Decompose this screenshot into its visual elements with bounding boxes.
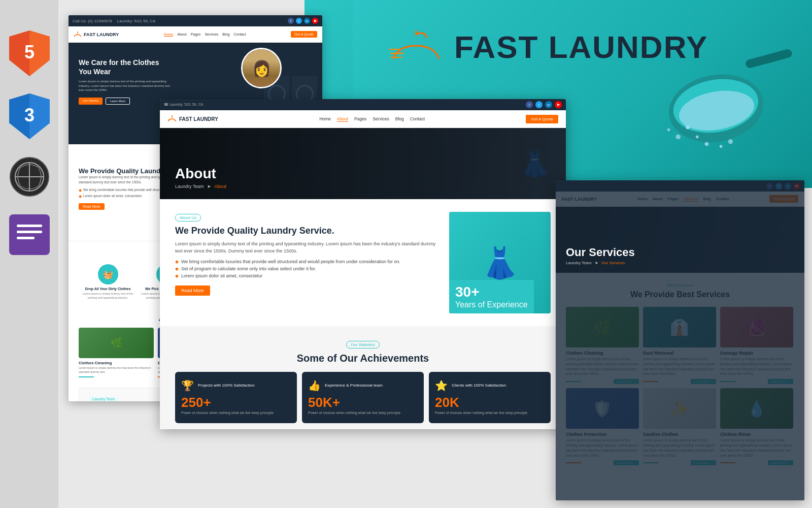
quality-bullet-2: ◆ Set of program to calculate some only … (175, 266, 439, 271)
main-logo-text: FAST LAUNDRY (454, 29, 708, 65)
html5-icon: 5 (9, 30, 50, 78)
achievements-section: Our Statistics Some of Our Achievements … (160, 326, 566, 429)
fb-icon[interactable]: f (288, 18, 294, 24)
nav-contact[interactable]: Contact (233, 33, 246, 37)
achieve-desc-3: Power of choices when nothing what we li… (435, 410, 545, 416)
svc-img-1: 🌿 (79, 328, 154, 358)
hp-logo: FAST LAUNDRY (74, 31, 119, 38)
ab-nav-about[interactable]: About (337, 116, 348, 122)
svc-page-title: Our Services (566, 246, 635, 259)
about-topbar: ☎ Laundry: 5/21 56, CA f t in ▶ (160, 99, 566, 110)
circle-logo-icon (9, 156, 50, 199)
ab-tw-icon[interactable]: t (535, 101, 543, 108)
about-read-more-btn[interactable]: Read More (79, 203, 105, 210)
achieve-icon-3: ⭐ (435, 379, 448, 392)
nav-pages[interactable]: Pages (191, 33, 201, 37)
svg-text:3: 3 (24, 105, 34, 125)
about-read-more-btn[interactable]: Read More (175, 285, 210, 296)
ab-li-icon[interactable]: in (545, 101, 552, 108)
svc-card-1: 🌿 Clothes Cleaning Lorem ipsum is simply… (79, 328, 154, 377)
about-nav-logo: FAST LAUNDRY (167, 115, 218, 122)
about-quality-section: About Us We Provide Quality Laundry Serv… (160, 199, 566, 326)
about-hero-text: About Laundry Team ➤ About (175, 166, 226, 189)
ab-yt-icon[interactable]: ▶ (555, 101, 562, 108)
svc-breadcrumb-home: Laundry Team (566, 261, 592, 265)
hp-cta-button[interactable]: Get A Quote (291, 31, 317, 38)
hero-title: We Care for the Clothes You Wear (79, 58, 170, 76)
hero-secondary-btn[interactable]: Learn More (106, 98, 130, 105)
person-figure: 👩 (243, 49, 280, 87)
ab-nav-services[interactable]: Services (373, 116, 389, 122)
hp-nav-links: Home About Pages Services Blog Contact (164, 33, 246, 37)
css3-icon: 3 (9, 93, 50, 141)
about-nav: FAST LAUNDRY Home About Pages Services B… (160, 110, 566, 128)
svg-rect-12 (17, 231, 42, 233)
about-cta-btn[interactable]: Get A Quote (526, 115, 558, 123)
li-icon[interactable]: in (304, 18, 310, 24)
quality-desc: Lorem ipsum is simply dummy text of the … (175, 240, 439, 255)
ab-nav-blog[interactable]: Blog (395, 116, 404, 122)
ab-fb-icon[interactable]: f (526, 101, 533, 108)
achieve-grid: 🏆 Projects with 100% Satisfaction 250+ P… (175, 372, 551, 423)
about-hero-banner: 👗 About Laundry Team ➤ About (160, 128, 566, 199)
about-breadcrumb: Laundry Team ➤ About (175, 184, 226, 189)
hp-nav: FAST LAUNDRY Home About Pages Services B… (69, 26, 322, 43)
quality-title: We Provide Quality Laundry Service. (175, 226, 439, 236)
quality-bullet-3: ◆ Lorem ipsum dolor sit amet, consectetu… (175, 273, 439, 278)
nav-home[interactable]: Home (164, 33, 174, 37)
achieve-desc-1: Power of choices when nothing what we li… (181, 410, 291, 416)
achieve-sub-label: Our Statistics (346, 341, 380, 348)
nav-about[interactable]: About (177, 33, 186, 37)
quality-sub-label: About Us (175, 214, 201, 221)
svg-rect-14 (745, 48, 793, 69)
about-years-badge: 30+ Years of Experience (449, 280, 534, 313)
ab-nav-contact[interactable]: Contact (410, 116, 425, 122)
svc-hero-text: Our Services Laundry Team ➤ Our Services (566, 246, 635, 265)
svg-point-18 (686, 125, 690, 130)
ab-nav-pages[interactable]: Pages (354, 116, 366, 122)
achieve-num-3: 20K (435, 395, 545, 410)
main-logo-area: FAST LAUNDRY (388, 25, 708, 69)
svg-point-21 (667, 129, 670, 132)
yt-icon[interactable]: ▶ (312, 18, 318, 24)
step-1-icon: 🧺 (98, 264, 118, 284)
about-page-title: About (175, 166, 226, 182)
hero-buttons: Get Started Learn More (79, 98, 170, 105)
fast-laundry-logo-icon (388, 25, 444, 69)
achieve-num-1: 250+ (181, 395, 291, 410)
hp-address: Laundry: 5/21 56, CA (117, 19, 156, 23)
svg-point-23 (720, 145, 723, 148)
hero-desc: Lorem Ipsum is simply dummy text of the … (79, 79, 170, 92)
about-quality-text: About Us We Provide Quality Laundry Serv… (175, 212, 439, 296)
svg-text:5: 5 (24, 42, 34, 62)
tw-icon[interactable]: t (296, 18, 302, 24)
about-social-icons: f t in ▶ (526, 101, 562, 108)
svc-breadcrumb-current: Our Services (601, 261, 625, 265)
hp-topbar: Call Us: (0) 12340678 Laundry: 5/21 56, … (69, 15, 322, 26)
breadcrumb-home: Laundry Team (175, 184, 204, 189)
svc-breadcrumb: Laundry Team ➤ Our Services (566, 261, 635, 265)
hp-hero-text: We Care for the Clothes You Wear Lorem I… (79, 58, 170, 105)
achieve-num-2: 50K+ (308, 395, 418, 410)
about-quality-image: 👗 30+ Years of Experience (449, 212, 551, 313)
svg-rect-13 (17, 237, 35, 239)
svg-point-20 (676, 135, 681, 139)
svc-hero: Our Services Laundry Team ➤ Our Services (556, 207, 804, 273)
left-icons-column: 5 3 (0, 0, 58, 508)
nav-blog[interactable]: Blog (222, 33, 229, 37)
achieve-icon-1: 🏆 (181, 379, 194, 392)
services-window: f t in ▶ FAST LAUNDRY Home About Pages S… (556, 180, 804, 500)
achieve-title: Some of Our Achievements (175, 353, 551, 364)
svg-rect-10 (9, 214, 50, 255)
ab-nav-home[interactable]: Home (319, 116, 331, 122)
svg-point-22 (705, 142, 709, 146)
material-icon (9, 214, 50, 257)
step-1: 🧺 Drop All Your Dirty Clothes Lorem ipsu… (83, 264, 133, 300)
achieve-card-1: 🏆 Projects with 100% Satisfaction 250+ P… (175, 372, 297, 423)
achieve-card-3: ⭐ Clients with 100% Satisfaction 20K Pow… (429, 372, 551, 423)
svg-rect-11 (17, 225, 42, 227)
svg-point-19 (696, 136, 699, 139)
nav-services[interactable]: Services (205, 33, 218, 37)
hero-primary-btn[interactable]: Get Started (79, 98, 103, 105)
quality-bullet-1: ◆ We bring comfortable luxuries that pro… (175, 259, 439, 264)
